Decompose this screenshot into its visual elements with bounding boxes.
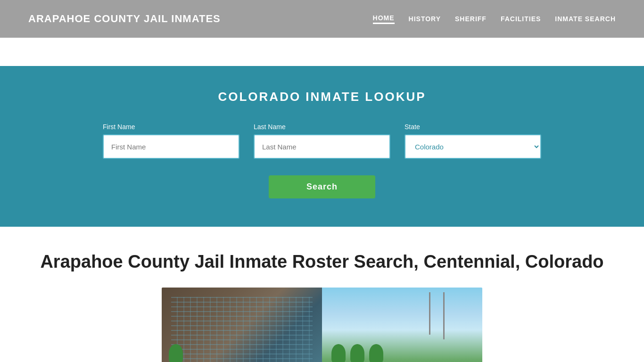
last-name-input[interactable] (254, 134, 390, 159)
site-header: ARAPAHOE COUNTY JAIL INMATES HOME HISTOR… (0, 0, 644, 38)
first-name-group: First Name (103, 123, 239, 159)
building-right-panel (322, 288, 482, 362)
main-content: Arapahoe County Jail Inmate Roster Searc… (0, 227, 644, 362)
nav-sheriff[interactable]: SHERIFF (455, 15, 487, 23)
building-left-panel (162, 288, 322, 362)
last-name-group: Last Name (254, 123, 390, 159)
site-title: ARAPAHOE COUNTY JAIL INMATES (28, 13, 221, 25)
nav-facilities[interactable]: FACILITIES (501, 15, 541, 23)
state-label: State (405, 123, 541, 131)
nav-history[interactable]: HISTORY (409, 15, 441, 23)
last-name-label: Last Name (254, 123, 390, 131)
main-nav: HOME HISTORY SHERIFF FACILITIES INMATE S… (373, 14, 616, 24)
search-section: COLORADO INMATE LOOKUP First Name Last N… (0, 66, 644, 227)
tree-4 (369, 344, 383, 362)
nav-inmate-search[interactable]: INMATE SEARCH (555, 15, 616, 23)
tree-1 (169, 344, 183, 362)
first-name-input[interactable] (103, 134, 239, 159)
search-button[interactable]: Search (269, 175, 375, 198)
search-section-title: COLORADO INMATE LOOKUP (63, 90, 581, 104)
nav-home[interactable]: HOME (373, 14, 395, 24)
tree-2 (331, 344, 346, 362)
page-heading: Arapahoe County Jail Inmate Roster Searc… (28, 250, 616, 273)
first-name-label: First Name (103, 123, 239, 131)
tree-3 (350, 344, 364, 362)
building-image (162, 288, 482, 362)
state-group: State Colorado (405, 123, 541, 159)
state-select[interactable]: Colorado (405, 134, 541, 159)
